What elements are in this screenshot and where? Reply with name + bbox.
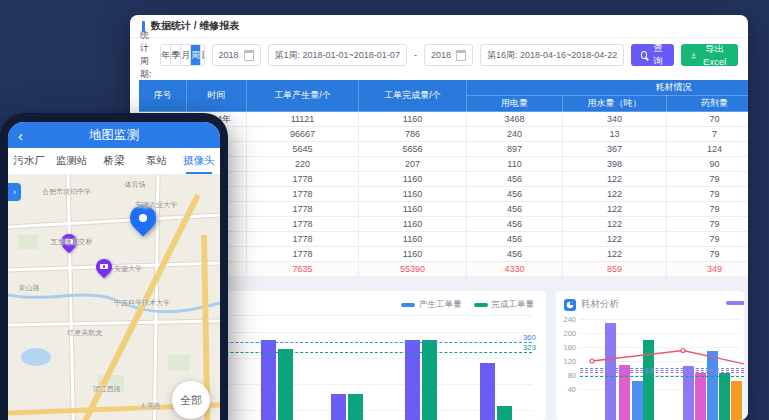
consumable-bar[interactable] bbox=[731, 381, 742, 420]
table-cell: 122 bbox=[563, 232, 667, 247]
phone-tab-泵站[interactable]: 泵站 bbox=[135, 148, 177, 174]
phone-tab-摄像头[interactable]: 摄像头 bbox=[178, 148, 220, 174]
breadcrumb: 数据统计 / 维修报表 bbox=[130, 15, 748, 38]
range-separator: - bbox=[414, 50, 417, 60]
table-row[interactable]: 356455656897367124129 bbox=[139, 142, 749, 157]
table-cell: 456 bbox=[467, 202, 563, 217]
map-lake bbox=[21, 348, 51, 366]
table-cell: 124 bbox=[667, 142, 749, 157]
y-axis-tick: 200 bbox=[560, 329, 576, 338]
map-park-patch bbox=[18, 235, 38, 249]
table-cell: 5656 bbox=[359, 142, 467, 157]
report-table-header: 序号时间工单产生量/个工单完成量/个耗材情况用电量用水量（吨）药剂量水量 bbox=[139, 80, 749, 112]
table-cell: 110 bbox=[467, 157, 563, 172]
table-row[interactable]: 12014年1112111603468340702500 bbox=[139, 112, 749, 127]
map-label: 望江西路 bbox=[93, 384, 121, 394]
table-cell: 207 bbox=[359, 157, 467, 172]
table-cell: 456 bbox=[467, 187, 563, 202]
table-row[interactable]: 6177811604561227967 bbox=[139, 187, 749, 202]
map-view[interactable]: › 全部 合肥市琥珀中学体育场安徽农业大学五里墩立交桥安徽大学中国科学技术大学黄… bbox=[8, 175, 220, 420]
consumable-bar[interactable] bbox=[719, 373, 730, 420]
table-cell: 1778 bbox=[247, 217, 359, 232]
table-cell: 1160 bbox=[359, 217, 467, 232]
search-icon bbox=[641, 51, 647, 59]
table-row[interactable]: 42202071103989019 bbox=[139, 157, 749, 172]
period-option-季[interactable]: 季 bbox=[170, 45, 180, 65]
legend-label: 完成工单量 bbox=[492, 299, 535, 311]
consumable-bar[interactable] bbox=[619, 365, 630, 420]
table-cell: 79 bbox=[667, 247, 749, 262]
table-cell: 1778 bbox=[247, 232, 359, 247]
table-cell: 79 bbox=[667, 172, 749, 187]
table-cell: 220 bbox=[247, 157, 359, 172]
map-label: 合肥市琥珀中学 bbox=[42, 187, 91, 197]
table-row[interactable]: 10177811604561227967 bbox=[139, 247, 749, 262]
table-cell: 1160 bbox=[359, 202, 467, 217]
camera-pin[interactable] bbox=[95, 258, 113, 280]
export-excel-button[interactable]: 导出Excel bbox=[681, 44, 738, 66]
consumable-bar[interactable] bbox=[695, 373, 706, 420]
period-label: 统计周期: bbox=[140, 29, 153, 81]
bar-completed[interactable] bbox=[497, 406, 512, 420]
legend-item[interactable]: 产生工单量 bbox=[401, 299, 462, 311]
query-button[interactable]: 查询 bbox=[631, 44, 674, 66]
column-header: 工单完成量/个 bbox=[359, 80, 467, 112]
calendar-icon bbox=[244, 50, 254, 61]
end-week-input[interactable]: 第16周: 2018-04-16~2018-04-22 bbox=[480, 44, 624, 66]
phone-page-title: 地图监测 bbox=[8, 127, 220, 144]
legend-swatch bbox=[474, 303, 488, 307]
table-cell: 79 bbox=[667, 202, 749, 217]
phone-tab-监测站[interactable]: 监测站 bbox=[50, 148, 92, 174]
bar-produced[interactable] bbox=[480, 363, 495, 420]
table-cell: 7635 bbox=[247, 262, 359, 277]
consumable-bar[interactable] bbox=[707, 351, 718, 420]
consumable-bar[interactable] bbox=[632, 381, 643, 420]
map-expand-button[interactable]: › bbox=[8, 183, 21, 201]
show-all-button[interactable]: 全部 bbox=[172, 381, 210, 419]
table-row[interactable]: 合计7635553904330859349330 bbox=[139, 262, 749, 277]
table-cell: 122 bbox=[563, 187, 667, 202]
bar-completed[interactable] bbox=[278, 349, 293, 420]
legend-item[interactable]: 完成工单量 bbox=[474, 299, 535, 311]
consumable-chart-card: 耗材分析 2402001601208040 bbox=[556, 291, 744, 420]
table-row[interactable]: 8177811604561227967 bbox=[139, 217, 749, 232]
table-cell: 340 bbox=[563, 112, 667, 127]
table-row[interactable]: 7177811604561227967 bbox=[139, 202, 749, 217]
phone-tab-污水厂[interactable]: 污水厂 bbox=[8, 148, 50, 174]
gridline bbox=[580, 333, 740, 334]
bar-completed[interactable] bbox=[348, 394, 363, 420]
phone-tab-桥梁[interactable]: 桥梁 bbox=[93, 148, 135, 174]
table-cell: 456 bbox=[467, 172, 563, 187]
y-axis-tick: 160 bbox=[560, 343, 576, 352]
y-axis-tick: 80 bbox=[560, 371, 576, 380]
table-cell: 240 bbox=[467, 127, 563, 142]
start-year-select[interactable]: 2018 bbox=[212, 44, 261, 66]
map-label: 体育场 bbox=[125, 180, 146, 190]
phone-screen: ‹ 地图监测 污水厂监测站桥梁泵站摄像头 bbox=[8, 122, 220, 420]
bar-produced[interactable] bbox=[331, 394, 346, 420]
consumable-bar[interactable] bbox=[643, 340, 654, 420]
table-row[interactable]: 9177811604561227967 bbox=[139, 232, 749, 247]
period-option-年[interactable]: 年 bbox=[161, 45, 170, 65]
period-option-日[interactable]: 日 bbox=[200, 45, 204, 65]
table-cell: 1778 bbox=[247, 187, 359, 202]
end-year-select[interactable]: 2018 bbox=[424, 44, 473, 66]
phone-tab-bar: 污水厂监测站桥梁泵站摄像头 bbox=[8, 148, 220, 175]
table-cell: 1778 bbox=[247, 172, 359, 187]
sub-column-header: 药剂量 bbox=[667, 96, 749, 112]
table-row[interactable]: 296667786240137690 bbox=[139, 127, 749, 142]
y-axis-tick: 120 bbox=[560, 357, 576, 366]
table-cell: 96667 bbox=[247, 127, 359, 142]
table-row[interactable]: 5177811604561227967 bbox=[139, 172, 749, 187]
period-option-月[interactable]: 月 bbox=[180, 45, 190, 65]
reference-line bbox=[580, 370, 744, 371]
table-cell: 122 bbox=[563, 172, 667, 187]
period-option-周[interactable]: 周 bbox=[190, 45, 200, 65]
start-week-input[interactable]: 第1周: 2018-01-01~2018-01-07 bbox=[268, 44, 407, 66]
query-button-label: 查询 bbox=[652, 42, 664, 68]
table-cell: 367 bbox=[563, 142, 667, 157]
back-icon[interactable]: ‹ bbox=[18, 128, 23, 143]
table-cell: 70 bbox=[667, 112, 749, 127]
table-cell: 79 bbox=[667, 217, 749, 232]
consumable-bar[interactable] bbox=[683, 366, 694, 420]
